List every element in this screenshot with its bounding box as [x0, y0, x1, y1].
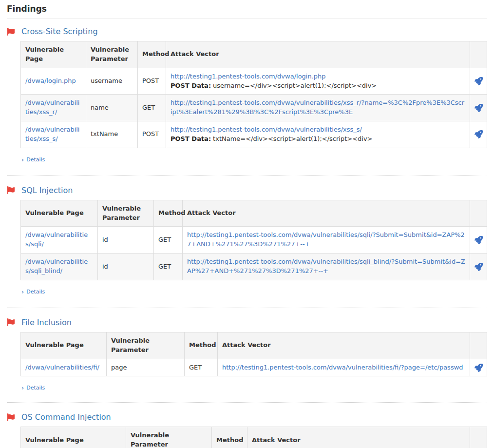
section-sql-injection: SQL Injection Vulnerable Page Vulnerable…	[7, 186, 487, 308]
col-header-attack-vector: Attack Vector	[218, 332, 470, 359]
method: GET	[154, 253, 183, 280]
col-header-vulnerable-page: Vulnerable Page	[21, 427, 126, 448]
details-link[interactable]: ›Details	[21, 289, 45, 295]
table-row: /dvwa/vulnerabilities/xss_s/ txtName POS…	[21, 121, 487, 148]
col-header-vulnerable-page: Vulnerable Page	[21, 200, 98, 227]
details-label: Details	[26, 385, 45, 391]
col-header-vulnerable-parameter: Vulnerable Parameter	[107, 332, 185, 359]
col-header-actions	[470, 200, 487, 227]
section-os-command-injection: OS Command Injection Vulnerable Page Vul…	[7, 412, 487, 448]
col-header-method: Method	[154, 200, 183, 227]
table-header-row: Vulnerable Page Vulnerable Parameter Met…	[21, 41, 487, 68]
col-header-vulnerable-parameter: Vulnerable Parameter	[126, 427, 212, 448]
vulnerable-parameter: page	[107, 359, 185, 376]
col-header-vulnerable-parameter: Vulnerable Parameter	[98, 200, 154, 227]
method: POST	[138, 68, 166, 95]
vulnerable-page[interactable]: /dvwa/vulnerabilities/sqli/	[21, 227, 98, 253]
col-header-actions	[470, 427, 487, 448]
vulnerable-parameter: txtName	[86, 121, 138, 148]
section-divider	[7, 308, 487, 308]
vulnerable-page[interactable]: /dvwa/vulnerabilities/fi/	[21, 359, 107, 376]
page-title: Findings	[7, 4, 487, 19]
post-data-value: txtName=</div><script>alert(1);</script>…	[213, 135, 372, 142]
vulnerable-page[interactable]: /dvwa/login.php	[21, 68, 86, 95]
section-title[interactable]: SQL Injection	[21, 186, 73, 195]
table-header-row: Vulnerable Page Vulnerable Parameter Met…	[21, 427, 487, 448]
section-header: File Inclusion	[7, 318, 487, 327]
section-divider	[7, 175, 487, 176]
vulnerable-page[interactable]: /dvwa/vulnerabilities/sqli_blind/	[21, 253, 98, 280]
post-data-label: POST Data:	[171, 135, 211, 142]
rocket-icon	[474, 130, 483, 138]
findings-table-sqli: Vulnerable Page Vulnerable Parameter Met…	[20, 200, 487, 280]
vulnerable-parameter: id	[98, 253, 154, 280]
table-row: /dvwa/vulnerabilities/sqli_blind/ id GET…	[21, 253, 487, 280]
col-header-actions	[470, 332, 487, 359]
replay-attack-button[interactable]	[470, 227, 487, 253]
attack-vector-link[interactable]: http://testing1.pentest-tools.com/dvwa/v…	[187, 258, 465, 274]
table-row: /dvwa/vulnerabilities/sqli/ id GET http:…	[21, 227, 487, 253]
findings-table-fi: Vulnerable Page Vulnerable Parameter Met…	[20, 332, 487, 377]
method: GET	[138, 95, 166, 121]
col-header-method: Method	[185, 332, 218, 359]
attack-vector-link[interactable]: http://testing1.pentest-tools.com/dvwa/v…	[222, 364, 463, 371]
vulnerable-page[interactable]: /dvwa/vulnerabilities/xss_r/	[21, 95, 86, 121]
attack-vector: http://testing1.pentest-tools.com/dvwa/v…	[218, 359, 470, 376]
post-data-value: username=</div><script>alert(1);</script…	[213, 82, 377, 89]
col-header-method: Method	[138, 41, 166, 68]
col-header-attack-vector: Attack Vector	[183, 200, 470, 227]
vulnerable-page[interactable]: /dvwa/vulnerabilities/xss_s/	[21, 121, 86, 148]
flag-icon	[7, 318, 15, 326]
chevron-right-icon: ›	[21, 385, 24, 391]
vulnerable-parameter: name	[86, 95, 138, 121]
method: GET	[185, 359, 218, 376]
attack-vector: http://testing1.pentest-tools.com/dvwa/v…	[183, 227, 470, 253]
attack-vector: http://testing1.pentest-tools.com/dvwa/v…	[166, 95, 470, 121]
vulnerable-parameter: id	[98, 227, 154, 253]
section-header: SQL Injection	[7, 186, 487, 195]
flag-icon	[7, 28, 15, 36]
attack-vector-link[interactable]: http://testing1.pentest-tools.com/dvwa/v…	[171, 126, 362, 133]
attack-vector: http://testing1.pentest-tools.com/dvwa/l…	[166, 68, 470, 95]
flag-icon	[7, 186, 15, 194]
table-row: /dvwa/vulnerabilities/fi/ page GET http:…	[21, 359, 487, 376]
replay-attack-button[interactable]	[470, 253, 487, 280]
rocket-icon	[474, 104, 483, 112]
details-link[interactable]: ›Details	[21, 385, 45, 391]
table-row: /dvwa/vulnerabilities/xss_r/ name GET ht…	[21, 95, 487, 121]
findings-table-exec: Vulnerable Page Vulnerable Parameter Met…	[20, 427, 487, 448]
table-row: /dvwa/login.php username POST http://tes…	[21, 68, 487, 95]
section-header: OS Command Injection	[7, 412, 487, 422]
section-title[interactable]: File Inclusion	[21, 318, 72, 327]
attack-vector-link[interactable]: http://testing1.pentest-tools.com/dvwa/v…	[171, 99, 464, 116]
rocket-icon	[474, 236, 483, 244]
section-title[interactable]: Cross-Site Scripting	[21, 27, 98, 36]
findings-table-xss: Vulnerable Page Vulnerable Parameter Met…	[20, 41, 487, 148]
rocket-icon	[474, 263, 483, 271]
section-title[interactable]: OS Command Injection	[21, 412, 111, 422]
section-header: Cross-Site Scripting	[7, 27, 487, 36]
chevron-right-icon: ›	[21, 156, 24, 163]
flag-icon	[7, 413, 15, 421]
vulnerable-parameter: username	[86, 68, 138, 95]
section-file-inclusion: File Inclusion Vulnerable Page Vulnerabl…	[7, 318, 487, 403]
chevron-right-icon: ›	[21, 289, 24, 295]
details-label: Details	[26, 156, 45, 163]
replay-attack-button[interactable]	[470, 359, 487, 376]
col-header-actions	[470, 41, 487, 68]
attack-vector-link[interactable]: http://testing1.pentest-tools.com/dvwa/v…	[187, 231, 465, 248]
attack-vector: http://testing1.pentest-tools.com/dvwa/v…	[183, 253, 470, 280]
rocket-icon	[474, 364, 483, 372]
section-cross-site-scripting: Cross-Site Scripting Vulnerable Page Vul…	[7, 27, 487, 176]
details-link[interactable]: ›Details	[21, 156, 45, 163]
method: POST	[138, 121, 166, 148]
rocket-icon	[474, 77, 483, 85]
section-divider	[7, 402, 487, 403]
replay-attack-button[interactable]	[470, 95, 487, 121]
col-header-method: Method	[212, 427, 247, 448]
attack-vector: http://testing1.pentest-tools.com/dvwa/v…	[166, 121, 470, 148]
attack-vector-link[interactable]: http://testing1.pentest-tools.com/dvwa/l…	[171, 73, 326, 80]
replay-attack-button[interactable]	[470, 121, 487, 148]
col-header-vulnerable-page: Vulnerable Page	[21, 41, 86, 68]
replay-attack-button[interactable]	[470, 68, 487, 95]
